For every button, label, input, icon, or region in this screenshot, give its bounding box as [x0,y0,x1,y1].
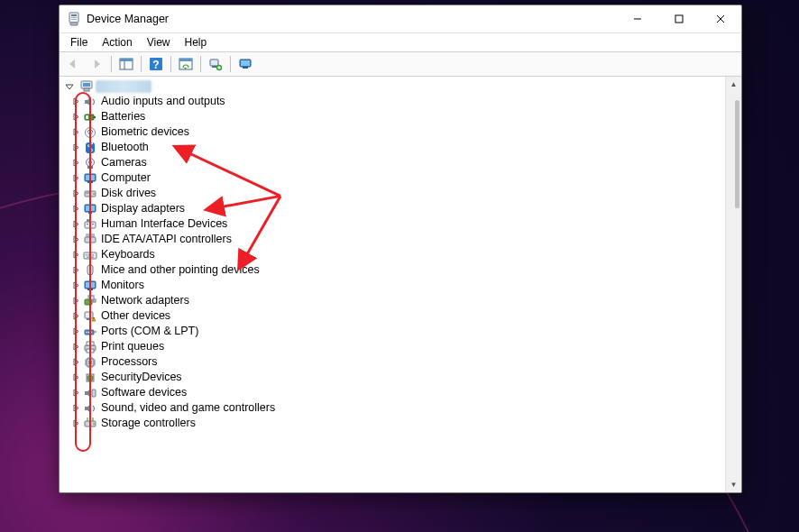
tree-node-comp[interactable]: Computer [61,170,741,186]
svg-rect-4 [70,23,78,25]
svg-rect-16 [210,60,218,66]
expand-icon[interactable] [69,309,83,324]
toolbar-remote-computer-button[interactable] [234,54,256,74]
tree-node-batt[interactable]: Batteries [61,109,741,124]
tree-node-ports[interactable]: Ports (COM & LPT) [61,324,741,339]
expand-icon[interactable] [69,371,83,385]
root-computer-node[interactable] [61,78,741,94]
expand-icon[interactable] [69,263,83,278]
root-computer-name-obscured [96,80,152,93]
tree-node-label: Human Interface Devices [101,216,227,232]
device-tree[interactable]: Audio inputs and outputs Batteries Biome… [60,77,741,492]
expand-icon[interactable] [69,125,83,140]
tree-node-label: Keyboards [101,247,155,262]
svg-rect-22 [241,60,250,66]
mon-category-icon [83,279,97,293]
toolbar-back-button[interactable] [62,54,84,74]
expand-icon[interactable] [69,141,83,155]
tree-node-label: Computer [101,170,151,186]
tree-node-soft[interactable]: Software devices [61,385,741,400]
expand-icon[interactable] [69,294,83,308]
tree-node-label: Disk drives [101,186,156,201]
tree-node-hid[interactable]: Human Interface Devices [61,216,741,232]
toolbar-separator [111,56,112,72]
tree-node-label: Bluetooth [101,140,149,155]
tree-node-ide[interactable]: IDE ATA/ATAPI controllers [61,232,741,247]
toolbar-separator [200,56,201,72]
scroll-down-arrow-icon[interactable]: ▼ [726,477,741,492]
expand-icon[interactable] [69,156,83,170]
tree-node-label: Mice and other pointing devices [101,262,260,278]
mouse-category-icon [83,263,97,278]
other-category-icon [83,309,97,324]
tree-node-mon[interactable]: Monitors [61,278,741,293]
svg-rect-25 [83,83,90,87]
expand-icon[interactable] [69,187,83,201]
toolbar-forward-button[interactable] [86,54,107,74]
collapse-icon[interactable] [65,82,79,91]
expand-icon[interactable] [69,202,83,216]
toolbar-show-hide-console-tree-button[interactable] [115,54,137,74]
expand-icon[interactable] [69,386,83,400]
expand-icon[interactable] [69,233,83,247]
expand-icon[interactable] [69,279,83,293]
expand-icon[interactable] [69,171,83,186]
vertical-scrollbar[interactable]: ▲ ▼ [725,77,741,492]
maximize-button[interactable] [658,5,700,32]
storage-category-icon [83,417,97,431]
tree-node-audio[interactable]: Audio inputs and outputs [61,94,741,109]
menu-bar: File Action View Help [60,33,741,51]
ports-category-icon [83,325,97,339]
tree-node-sec[interactable]: SecurityDevices [61,370,741,385]
menu-help[interactable]: Help [178,34,215,50]
toolbar-separator [170,56,171,72]
tree-node-label: Ports (COM & LPT) [101,324,198,339]
tree-pane: Audio inputs and outputs Batteries Biome… [60,77,741,492]
expand-icon[interactable] [69,340,83,354]
tree-node-storage[interactable]: Storage controllers [61,416,741,431]
tree-node-biom[interactable]: Biometric devices [61,124,741,140]
tree-node-disp[interactable]: Display adapters [61,201,741,216]
tree-node-other[interactable]: Other devices [61,308,741,324]
tree-node-label: Storage controllers [101,416,196,431]
tree-node-mouse[interactable]: Mice and other pointing devices [61,262,741,278]
sec-category-icon [83,371,97,385]
tree-node-net[interactable]: Network adapters [61,293,741,308]
svg-rect-15 [179,59,192,61]
tree-node-sound[interactable]: Sound, video and game controllers [61,400,741,416]
tree-node-proc[interactable]: Processors [61,354,741,370]
sound-category-icon [83,401,97,416]
net-category-icon [83,294,97,308]
scrollbar-thumb[interactable] [735,100,739,208]
expand-icon[interactable] [69,217,83,232]
app-icon [67,12,81,26]
minimize-button[interactable] [617,5,658,32]
computer-root-icon [79,79,94,94]
expand-icon[interactable] [69,325,83,339]
scroll-up-arrow-icon[interactable]: ▲ [726,77,741,92]
comp-category-icon [83,171,97,186]
expand-icon[interactable] [69,110,83,124]
tree-node-label: Other devices [101,308,170,324]
close-button[interactable] [700,5,741,32]
expand-icon[interactable] [69,248,83,262]
tree-node-kbd[interactable]: Keyboards [61,247,741,262]
menu-file[interactable]: File [63,34,95,50]
tree-node-label: IDE ATA/ATAPI controllers [101,232,232,247]
tree-node-printq[interactable]: Print queues [61,339,741,354]
tree-node-bt[interactable]: Bluetooth [61,140,741,155]
expand-icon[interactable] [69,417,83,431]
hid-category-icon [83,217,97,232]
tree-node-disk[interactable]: Disk drives [61,186,741,201]
tree-node-cam[interactable]: Cameras [61,155,741,170]
expand-icon[interactable] [69,401,83,416]
menu-action[interactable]: Action [95,34,139,50]
expand-icon[interactable] [69,355,83,370]
toolbar-add-legacy-hardware-button[interactable] [205,54,226,74]
tree-node-label: Network adapters [101,293,189,308]
menu-view[interactable]: View [140,34,178,50]
expand-icon[interactable] [69,95,83,109]
batt-category-icon [83,110,97,124]
toolbar-help-button[interactable]: ? [145,54,167,74]
toolbar-scan-hardware-button[interactable] [175,54,197,74]
